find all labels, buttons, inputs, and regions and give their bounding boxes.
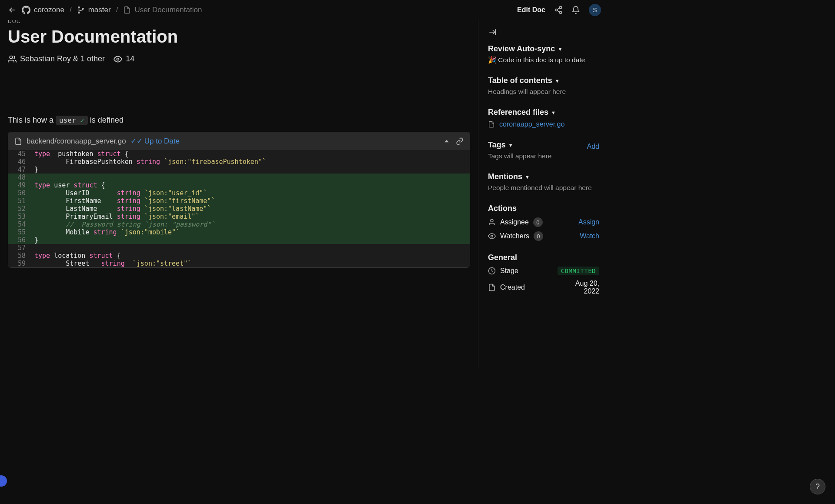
party-emoji: 🎉 xyxy=(488,56,496,63)
review-heading-text: Review Auto-sync xyxy=(488,44,555,53)
referenced-heading-text: Referenced files xyxy=(488,108,548,117)
share-icon xyxy=(554,6,563,14)
breadcrumb-branch-label: master xyxy=(88,6,111,14)
line-content: } xyxy=(31,236,470,244)
assignee-count: 0 xyxy=(533,217,543,227)
code-line: 57 xyxy=(8,244,470,252)
line-number: 54 xyxy=(8,220,31,228)
tags-empty: Tags will appear here xyxy=(488,152,599,160)
code-line: 56} xyxy=(8,236,470,244)
line-content: // Password string `json: "password"` xyxy=(31,220,470,228)
triangle-up-icon xyxy=(444,138,450,144)
line-number: 48 xyxy=(8,174,31,181)
breadcrumb-branch[interactable]: master xyxy=(77,6,111,14)
breadcrumb-doc-label: User Documentation xyxy=(134,6,202,14)
line-number: 49 xyxy=(8,181,31,189)
code-filepath: backend/coronaapp_server.go xyxy=(27,137,126,146)
line-number: 46 xyxy=(8,158,31,166)
edit-doc-button[interactable]: Edit Doc xyxy=(517,6,545,14)
chevron-down-icon: ▼ xyxy=(555,78,560,83)
line-number: 51 xyxy=(8,197,31,205)
watch-button[interactable]: Watch xyxy=(580,232,599,240)
line-content: type user struct { xyxy=(31,181,470,189)
line-number: 56 xyxy=(8,236,31,244)
code-line: 48 xyxy=(8,174,470,181)
add-tag-button[interactable]: Add xyxy=(587,143,599,150)
sidebar-toc: Table of contents ▼ Headings will appear… xyxy=(488,76,599,96)
sidebar-referenced: Referenced files ▼ coronaapp_server.go xyxy=(488,108,599,128)
breadcrumb-separator: / xyxy=(116,6,118,14)
notifications-button[interactable] xyxy=(571,6,580,14)
breadcrumb-doc[interactable]: User Documentation xyxy=(123,6,202,14)
line-content xyxy=(31,244,470,252)
review-status-text: Code in this doc is up to date xyxy=(498,56,585,63)
chevron-down-icon: ▼ xyxy=(551,110,556,115)
page-title: User Documentation xyxy=(8,27,470,47)
link-icon xyxy=(456,137,464,145)
code-line: 45type pushtoken struct { xyxy=(8,150,470,158)
share-button[interactable] xyxy=(554,6,563,14)
created-value: Aug 20, 2022 xyxy=(564,280,599,295)
breadcrumb-repo[interactable]: corozone xyxy=(22,6,64,14)
line-content: FirstName string `json:"firstName"` xyxy=(31,197,470,205)
code-path[interactable]: backend/coronaapp_server.go ✓✓ Up to Dat… xyxy=(14,137,180,146)
actions-heading: Actions xyxy=(488,204,599,213)
svg-point-7 xyxy=(117,58,119,60)
svg-point-2 xyxy=(82,8,84,10)
line-number: 59 xyxy=(8,260,31,267)
clock-icon xyxy=(488,267,496,275)
code-line: 54 // Password string `json: "password"` xyxy=(8,220,470,228)
authors-text: Sebastian Roy & 1 other xyxy=(20,54,105,63)
collapse-code-button[interactable] xyxy=(444,138,450,144)
stage-badge: COMMITTED xyxy=(558,267,599,275)
tags-heading-text: Tags xyxy=(488,140,506,150)
review-status: 🎉 Code in this doc is up to date xyxy=(488,56,599,64)
code-card: backend/coronaapp_server.go ✓✓ Up to Dat… xyxy=(8,132,470,268)
code-line: 47} xyxy=(8,166,470,174)
svg-point-9 xyxy=(491,235,493,237)
code-line: 49type user struct { xyxy=(8,181,470,189)
view-count: 14 xyxy=(126,54,134,63)
inline-code-text: user xyxy=(59,116,76,124)
inline-code: user ✓ xyxy=(56,116,88,125)
code-actions xyxy=(444,137,464,145)
line-content: LastName string `json:"lastName"` xyxy=(31,205,470,213)
file-icon xyxy=(488,121,495,128)
avatar[interactable]: S xyxy=(589,4,601,16)
toc-heading-text: Table of contents xyxy=(488,76,552,85)
assign-button[interactable]: Assign xyxy=(578,218,599,226)
doc-authors[interactable]: Sebastian Roy & 1 other xyxy=(8,54,105,63)
body-prefix: This is how a xyxy=(8,116,56,124)
toc-heading[interactable]: Table of contents ▼ xyxy=(488,76,599,85)
sidebar-mentions: Mentions ▼ People mentioned will appear … xyxy=(488,172,599,192)
assignee-row: Assignee 0 Assign xyxy=(488,217,599,227)
back-button[interactable] xyxy=(8,6,17,14)
referenced-file-name: coronaapp_server.go xyxy=(499,120,564,128)
file-icon xyxy=(123,6,131,14)
line-number: 58 xyxy=(8,252,31,260)
link-code-button[interactable] xyxy=(456,137,464,145)
eye-icon xyxy=(488,232,496,240)
code-body: 45type pushtoken struct {46 FirebasePush… xyxy=(8,150,470,267)
referenced-heading[interactable]: Referenced files ▼ xyxy=(488,108,599,117)
tags-heading[interactable]: Tags ▼ xyxy=(488,140,513,150)
stage-row: Stage COMMITTED xyxy=(488,267,599,275)
svg-point-4 xyxy=(555,9,558,11)
line-content: UserID string `json:"user_id"` xyxy=(31,189,470,197)
created-label: Created xyxy=(500,284,525,291)
review-heading[interactable]: Review Auto-sync ▼ xyxy=(488,44,599,53)
mentions-empty: People mentioned will appear here xyxy=(488,184,599,192)
created-row: Created Aug 20, 2022 xyxy=(488,280,599,295)
collapse-sidebar-button[interactable] xyxy=(488,28,599,37)
code-line: 53 PrimaryEmail string `json:"email"` xyxy=(8,213,470,220)
code-line: 46 FirebasePushtoken string `json:"fireb… xyxy=(8,158,470,166)
checkmark-icon: ✓ xyxy=(76,116,84,124)
svg-point-0 xyxy=(78,7,80,8)
sidebar-tags: Tags ▼ Add Tags will appear here xyxy=(488,140,599,160)
referenced-file-link[interactable]: coronaapp_server.go xyxy=(488,120,599,128)
watchers-count: 0 xyxy=(534,231,543,241)
mentions-heading[interactable]: Mentions ▼ xyxy=(488,172,599,181)
arrow-left-icon xyxy=(8,6,17,14)
line-content: } xyxy=(31,166,470,174)
code-header: backend/coronaapp_server.go ✓✓ Up to Dat… xyxy=(8,132,470,150)
